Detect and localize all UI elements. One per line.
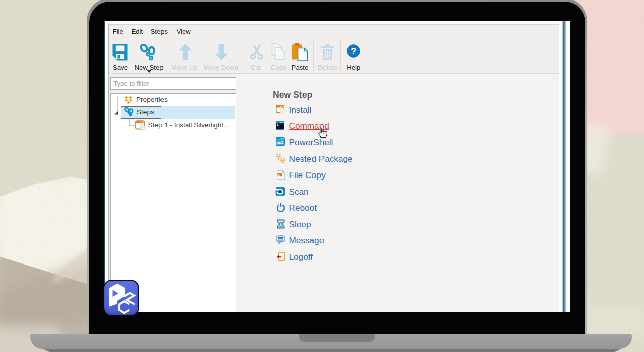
- svg-text:?: ?: [351, 46, 356, 56]
- svg-text:ps1: ps1: [277, 140, 284, 145]
